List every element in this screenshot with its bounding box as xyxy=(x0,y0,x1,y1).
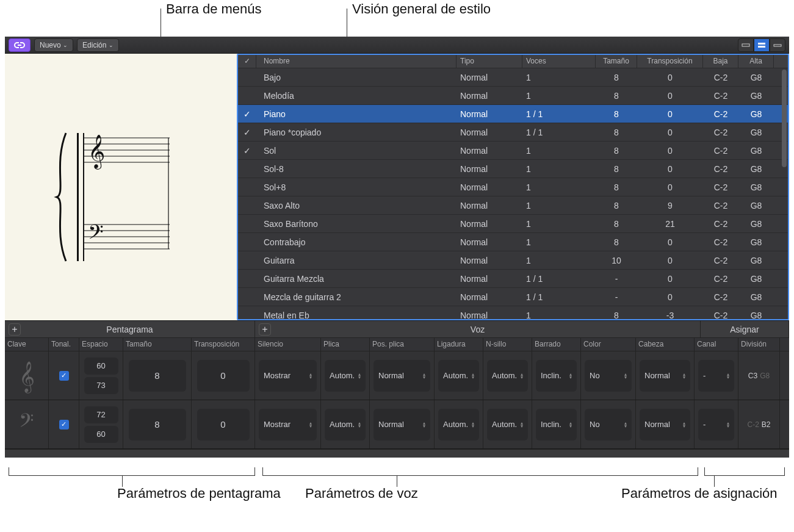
row-size[interactable]: 8 xyxy=(596,182,637,192)
row-high[interactable]: G8 xyxy=(738,128,774,137)
row-name[interactable]: Contrabajo xyxy=(256,237,457,247)
row-voices[interactable]: 1 / 1 xyxy=(522,292,596,302)
row-name[interactable]: Guitarra Mezcla xyxy=(256,274,457,284)
posplica-select[interactable]: Normal▴▾ xyxy=(374,360,430,392)
style-row[interactable]: Mezcla de guitarra 2Normal1 / 1-0C-2G8 xyxy=(238,288,788,306)
row-type[interactable]: Normal xyxy=(457,219,522,229)
row-size[interactable]: 8 xyxy=(596,164,637,174)
row-low[interactable]: C-2 xyxy=(703,256,738,265)
silencio-select[interactable]: Mostrar▴▾ xyxy=(259,360,317,392)
row-trans[interactable]: 0 xyxy=(637,91,703,101)
color-select[interactable]: No▴▾ xyxy=(585,360,632,392)
row-low[interactable]: C-2 xyxy=(703,292,738,302)
row-high[interactable]: G8 xyxy=(738,109,774,119)
cabeza-select[interactable]: Normal▴▾ xyxy=(640,360,690,392)
row-trans[interactable]: 0 xyxy=(637,182,703,192)
row-trans[interactable]: 0 xyxy=(637,164,703,174)
row-name[interactable]: Melodía xyxy=(256,91,457,101)
view-mode-1[interactable] xyxy=(738,38,754,52)
row-size[interactable]: 8 xyxy=(596,73,637,82)
row-type[interactable]: Normal xyxy=(457,73,522,82)
row-type[interactable]: Normal xyxy=(457,274,522,284)
row-low[interactable]: C-2 xyxy=(703,237,738,247)
tonal-check[interactable]: ✓ xyxy=(49,400,79,448)
style-row[interactable]: ✓Piano *copiadoNormal1 / 180C-2G8 xyxy=(238,123,788,142)
ligadura-select[interactable]: Autom.▴▾ xyxy=(438,409,479,440)
tam-value[interactable]: 8 xyxy=(129,409,186,440)
nsillo-select[interactable]: Autom.▴▾ xyxy=(487,409,528,440)
row-high[interactable]: G8 xyxy=(738,274,774,284)
trp-value[interactable]: 0 xyxy=(197,360,250,392)
style-row[interactable]: ContrabajoNormal180C-2G8 xyxy=(238,233,788,251)
color-select[interactable]: No▴▾ xyxy=(585,409,632,440)
styles-body[interactable]: BajoNormal180C-2G8MelodíaNormal180C-2G8✓… xyxy=(238,68,788,319)
row-size[interactable]: 8 xyxy=(596,219,637,229)
row-trans[interactable]: 0 xyxy=(637,274,703,284)
row-name[interactable]: Sol xyxy=(256,146,457,156)
esp-bot[interactable]: 60 xyxy=(84,426,118,443)
row-high[interactable]: G8 xyxy=(738,164,774,174)
style-row[interactable]: Saxo BarítonoNormal1821C-2G8 xyxy=(238,215,788,233)
row-low[interactable]: C-2 xyxy=(703,128,738,137)
row-low[interactable]: C-2 xyxy=(703,219,738,229)
row-low[interactable]: C-2 xyxy=(703,274,738,284)
nsillo-select[interactable]: Autom.▴▾ xyxy=(487,360,528,392)
hdr-low[interactable]: Baja xyxy=(703,55,738,68)
view-mode-2[interactable] xyxy=(754,38,770,52)
row-type[interactable]: Normal xyxy=(457,292,522,302)
row-high[interactable]: G8 xyxy=(738,182,774,192)
esp-top[interactable]: 60 xyxy=(84,358,118,375)
tonal-check[interactable]: ✓ xyxy=(49,351,79,400)
silencio-select[interactable]: Mostrar▴▾ xyxy=(259,409,317,440)
row-high[interactable]: G8 xyxy=(738,292,774,302)
style-row[interactable]: Saxo AltoNormal189C-2G8 xyxy=(238,196,788,215)
posplica-select[interactable]: Normal▴▾ xyxy=(374,409,430,440)
style-row[interactable]: MelodíaNormal180C-2G8 xyxy=(238,87,788,105)
plica-select[interactable]: Autom.▴▾ xyxy=(325,409,366,440)
nuevo-menu[interactable]: Nuevo ⌄ xyxy=(34,38,73,52)
link-toggle-button[interactable] xyxy=(9,38,31,52)
hdr-voices[interactable]: Voces xyxy=(522,55,596,68)
style-row[interactable]: GuitarraNormal1100C-2G8 xyxy=(238,251,788,270)
row-voices[interactable]: 1 xyxy=(522,164,596,174)
row-low[interactable]: C-2 xyxy=(703,311,738,320)
row-high[interactable]: G8 xyxy=(738,201,774,210)
row-voices[interactable]: 1 / 1 xyxy=(522,274,596,284)
canal-select[interactable]: -▴▾ xyxy=(698,360,734,392)
edicion-menu[interactable]: Edición ⌄ xyxy=(77,38,119,52)
row-name[interactable]: Saxo Alto xyxy=(256,201,457,210)
hdr-size[interactable]: Tamaño xyxy=(596,55,637,68)
row-check[interactable]: ✓ xyxy=(238,146,256,156)
row-size[interactable]: 8 xyxy=(596,201,637,210)
row-type[interactable]: Normal xyxy=(457,109,522,119)
plica-select[interactable]: Autom.▴▾ xyxy=(325,360,366,392)
division-cell[interactable]: C3G8 xyxy=(738,351,780,400)
hdr-check[interactable]: ✓ xyxy=(238,55,256,68)
style-row[interactable]: Sol-8Normal180C-2G8 xyxy=(238,160,788,178)
row-trans[interactable]: 0 xyxy=(637,73,703,82)
clef-select[interactable]: 𝄞 xyxy=(5,351,49,400)
row-name[interactable]: Bajo xyxy=(256,73,457,82)
row-size[interactable]: 10 xyxy=(596,256,637,265)
row-voices[interactable]: 1 xyxy=(522,182,596,192)
row-trans[interactable]: 0 xyxy=(637,256,703,265)
row-trans[interactable]: 21 xyxy=(637,219,703,229)
row-voices[interactable]: 1 xyxy=(522,311,596,320)
row-trans[interactable]: 9 xyxy=(637,201,703,210)
row-trans[interactable]: 0 xyxy=(637,292,703,302)
row-name[interactable]: Mezcla de guitarra 2 xyxy=(256,292,457,302)
row-type[interactable]: Normal xyxy=(457,182,522,192)
barrado-select[interactable]: Inclin.▴▾ xyxy=(536,409,577,440)
row-type[interactable]: Normal xyxy=(457,91,522,101)
row-name[interactable]: Metal en Eb xyxy=(256,311,457,320)
row-high[interactable]: G8 xyxy=(738,256,774,265)
view-mode-3[interactable] xyxy=(770,38,785,52)
style-row[interactable]: ✓PianoNormal1 / 180C-2G8 xyxy=(238,105,788,123)
add-staff-button[interactable]: + xyxy=(9,323,21,336)
row-voices[interactable]: 1 xyxy=(522,237,596,247)
row-low[interactable]: C-2 xyxy=(703,91,738,101)
add-voice-button[interactable]: + xyxy=(259,323,271,336)
row-low[interactable]: C-2 xyxy=(703,73,738,82)
row-name[interactable]: Guitarra xyxy=(256,256,457,265)
row-check[interactable]: ✓ xyxy=(238,128,256,137)
